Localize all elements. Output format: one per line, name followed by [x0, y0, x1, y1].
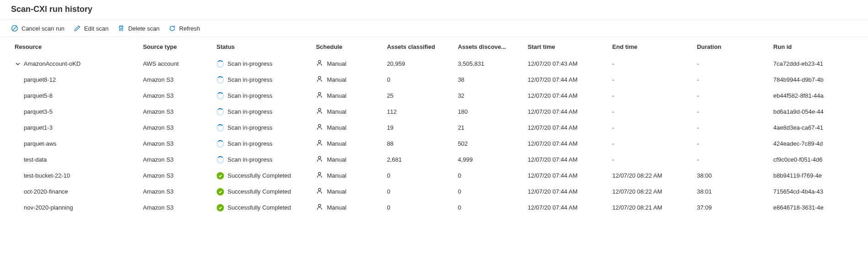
person-icon — [316, 139, 323, 148]
resource-name: parquet-aws — [24, 140, 57, 147]
start-time: 12/07/20 07:43 AM — [524, 56, 608, 72]
person-icon — [316, 107, 323, 116]
refresh-label: Refresh — [179, 25, 200, 32]
assets-classified: 0 — [383, 168, 454, 184]
col-resource[interactable]: Resource — [11, 37, 139, 56]
run-id: e8646718-3631-4e — [770, 200, 857, 216]
resource-name: test-data — [24, 156, 47, 163]
spinner-icon — [217, 60, 224, 68]
table-row[interactable]: nov-2020-planningAmazon S3Successfully C… — [11, 200, 857, 216]
end-time: - — [609, 104, 693, 120]
toolbar: Cancel scan run Edit scan Delete scan Re… — [0, 20, 868, 37]
source-type: Amazon S3 — [139, 200, 213, 216]
col-start[interactable]: Start time — [524, 37, 608, 56]
duration: - — [693, 120, 770, 136]
assets-classified: 2,681 — [383, 152, 454, 168]
person-icon — [316, 75, 323, 84]
schedule-text: Manual — [327, 204, 346, 211]
table-row[interactable]: parquet1-3Amazon S3Scan in-progressManua… — [11, 120, 857, 136]
start-time: 12/07/20 07:44 AM — [524, 152, 608, 168]
run-id: 715654cd-4b4a-43 — [770, 184, 857, 200]
person-icon — [316, 91, 323, 100]
cancel-scan-button[interactable]: Cancel scan run — [11, 25, 64, 32]
source-type: Amazon S3 — [139, 152, 213, 168]
person-icon — [316, 187, 323, 196]
assets-classified: 0 — [383, 184, 454, 200]
edit-scan-label: Edit scan — [84, 25, 108, 32]
col-status[interactable]: Status — [213, 37, 312, 56]
end-time: 12/07/20 08:22 AM — [609, 168, 693, 184]
assets-classified: 20,959 — [383, 56, 454, 72]
status-text: Scan in-progress — [228, 92, 272, 99]
svg-point-8 — [319, 156, 321, 158]
run-id: bd6a1a9d-054e-44 — [770, 104, 857, 120]
spinner-icon — [217, 140, 224, 147]
col-source[interactable]: Source type — [139, 37, 213, 56]
start-time: 12/07/20 07:44 AM — [524, 136, 608, 152]
duration: - — [693, 72, 770, 88]
start-time: 12/07/20 07:44 AM — [524, 184, 608, 200]
assets-discovered: 502 — [454, 136, 524, 152]
table-header-row: Resource Source type Status Schedule Ass… — [11, 37, 857, 56]
col-end[interactable]: End time — [609, 37, 693, 56]
table-row[interactable]: parquet5-8Amazon S3Scan in-progressManua… — [11, 88, 857, 104]
duration: 37:09 — [693, 200, 770, 216]
start-time: 12/07/20 07:44 AM — [524, 120, 608, 136]
schedule-text: Manual — [327, 124, 346, 131]
refresh-button[interactable]: Refresh — [169, 25, 200, 32]
success-check-icon — [217, 204, 224, 211]
schedule-text: Manual — [327, 92, 346, 99]
success-check-icon — [217, 188, 224, 195]
duration: - — [693, 88, 770, 104]
chevron-down-icon[interactable] — [15, 61, 21, 67]
run-id: cf9c0ce0-f051-4d6 — [770, 152, 857, 168]
status-text: Scan in-progress — [228, 140, 272, 147]
delete-icon — [117, 25, 125, 32]
source-type: Amazon S3 — [139, 104, 213, 120]
assets-classified: 88 — [383, 136, 454, 152]
cancel-scan-label: Cancel scan run — [21, 25, 64, 32]
col-classified[interactable]: Assets classified — [383, 37, 454, 56]
end-time: 12/07/20 08:22 AM — [609, 184, 693, 200]
col-duration[interactable]: Duration — [693, 37, 770, 56]
duration: - — [693, 56, 770, 72]
end-time: - — [609, 120, 693, 136]
assets-discovered: 0 — [454, 200, 524, 216]
table-row[interactable]: test-dataAmazon S3Scan in-progressManual… — [11, 152, 857, 168]
run-id: 4ae8d3ea-ca67-41 — [770, 120, 857, 136]
duration: - — [693, 104, 770, 120]
delete-scan-button[interactable]: Delete scan — [117, 25, 160, 32]
schedule-text: Manual — [327, 108, 346, 115]
end-time: - — [609, 152, 693, 168]
run-history-table: Resource Source type Status Schedule Ass… — [11, 37, 857, 216]
start-time: 12/07/20 07:44 AM — [524, 168, 608, 184]
table-row[interactable]: parquet8-12Amazon S3Scan in-progressManu… — [11, 72, 857, 88]
schedule-text: Manual — [327, 188, 346, 195]
resource-name: parquet3-5 — [24, 108, 53, 115]
svg-point-6 — [319, 124, 321, 126]
spinner-icon — [217, 92, 224, 100]
assets-discovered: 0 — [454, 184, 524, 200]
assets-discovered: 4,999 — [454, 152, 524, 168]
schedule-text: Manual — [327, 140, 346, 147]
source-type: AWS account — [139, 56, 213, 72]
table-row[interactable]: oct-2020-financeAmazon S3Successfully Co… — [11, 184, 857, 200]
source-type: Amazon S3 — [139, 120, 213, 136]
assets-classified: 19 — [383, 120, 454, 136]
start-time: 12/07/20 07:44 AM — [524, 104, 608, 120]
duration: 38:01 — [693, 184, 770, 200]
table-row[interactable]: test-bucket-22-10Amazon S3Successfully C… — [11, 168, 857, 184]
table-row[interactable]: AmazonAccount-oKDAWS accountScan in-prog… — [11, 56, 857, 72]
person-icon — [316, 123, 323, 132]
col-schedule[interactable]: Schedule — [312, 37, 383, 56]
edit-scan-button[interactable]: Edit scan — [74, 25, 108, 32]
svg-point-4 — [319, 92, 321, 95]
end-time: - — [609, 88, 693, 104]
source-type: Amazon S3 — [139, 168, 213, 184]
table-row[interactable]: parquet3-5Amazon S3Scan in-progressManua… — [11, 104, 857, 120]
resource-name: parquet1-3 — [24, 124, 53, 131]
col-runid[interactable]: Run id — [770, 37, 857, 56]
table-row[interactable]: parquet-awsAmazon S3Scan in-progressManu… — [11, 136, 857, 152]
spinner-icon — [217, 108, 224, 116]
col-discovered[interactable]: Assets discove... — [454, 37, 524, 56]
